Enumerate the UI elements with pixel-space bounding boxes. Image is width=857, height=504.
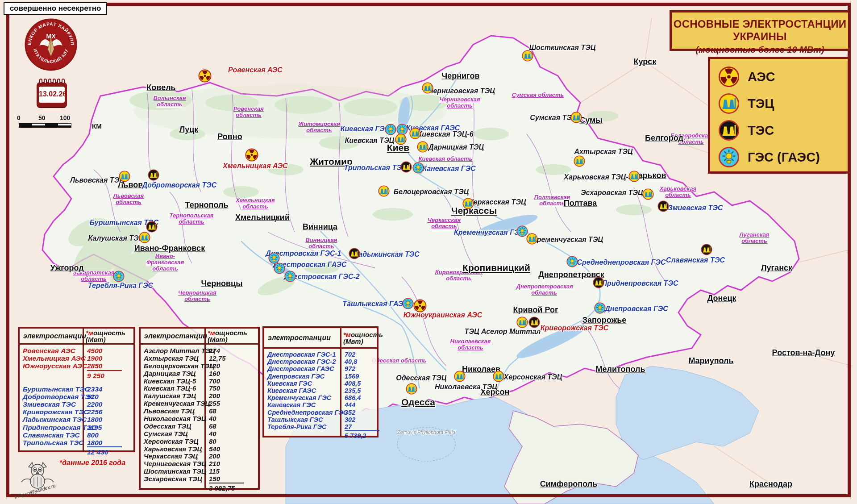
- city-label: Краснодар: [749, 479, 792, 489]
- table-row: Ровенская АЭС4500: [20, 347, 133, 354]
- tec-station-icon: [522, 50, 533, 63]
- tes-icon: [718, 120, 740, 141]
- city-label: Мариуполь: [688, 356, 733, 366]
- table-row: Эсхаровская ТЭЦ150: [141, 475, 258, 483]
- ges-station-icon: [274, 262, 285, 276]
- scale-bar: 0 50 100 КМ: [16, 114, 105, 134]
- station-label: Ладыжинская ТЭС: [354, 250, 420, 258]
- table-row: Киевская ТЭЦ-5700: [141, 377, 258, 385]
- table-row: Сумская ТЭЦ40: [141, 430, 258, 437]
- ges-station-icon: [566, 256, 578, 269]
- table-row: Днепровская ГЭС1569: [264, 373, 377, 380]
- tec-station-icon: [642, 188, 654, 202]
- club-logo: ВОЕНКОР МАРАТ ХАЙРУЛЛИН ЧИТАТЕЛЬСКИЙ КЛУ…: [24, 18, 78, 73]
- city-label: Мелитополь: [596, 365, 645, 374]
- station-label: Кременчугская ГЭС: [454, 229, 524, 237]
- table-row: Бурштынская ТЭС2334: [20, 385, 133, 393]
- title-line1: ОСНОВНЫЕ ЭЛЕКТРОСТАНЦИИ УКРАИНЫ: [672, 18, 848, 43]
- table-row: Киевская ГЭС408,5: [264, 380, 377, 387]
- oblast-label: Одесская область: [372, 358, 427, 364]
- legend-box: АЭС ТЭЦ ТЭС ГЭС (ГАЭС): [708, 57, 850, 174]
- table-header-name: электростанции: [23, 332, 86, 340]
- city-label: Белгород: [645, 133, 683, 143]
- tec-station-icon: [462, 198, 474, 211]
- tec-station-icon: [395, 133, 407, 147]
- legend-label: АЭС: [748, 70, 775, 84]
- sea-area-label: Zernov's Phyllophora Field: [397, 429, 455, 435]
- legend-label: ТЭС: [748, 123, 774, 138]
- secrecy-banner: совершенно несекретно: [4, 2, 107, 15]
- table-row: Ахтырская ТЭЦ12,75: [141, 354, 258, 362]
- data-year-footnote: *данные 2016 года: [54, 459, 130, 467]
- station-label: Киевская ТЭЦ-5: [345, 137, 400, 145]
- table-row: Херсонская ТЭЦ80: [141, 437, 258, 445]
- tec-station-icon: [493, 371, 504, 384]
- tec-station-icon: [139, 232, 150, 245]
- table-total-row: 12 436: [20, 446, 133, 456]
- ges-station-icon: [284, 271, 296, 284]
- city-label: Полтава: [564, 199, 597, 208]
- tes-station-icon: [701, 244, 712, 257]
- legend-label: ТЭЦ: [748, 96, 774, 111]
- tec-station-icon: [119, 171, 130, 184]
- oblast-label: Львовская область: [101, 193, 157, 205]
- tec-station-icon: [454, 371, 466, 384]
- station-label: Эсхаровская ТЭЦ-2: [581, 189, 649, 197]
- oblast-label: Ивано-Франковская область: [137, 253, 193, 272]
- city-label: Винница: [303, 222, 337, 232]
- table-chp: электростанции *мощность (Мвт)Азелор Мит…: [139, 327, 260, 490]
- table-total-row: 9 250: [20, 370, 133, 379]
- aes-station-icon: [413, 299, 427, 314]
- oblast-label: Луганская область: [727, 232, 782, 244]
- table-row: Азелор Миттал ТЭЦ274: [141, 347, 258, 354]
- station-label: Николаевска ТЭЦ: [435, 383, 497, 391]
- date-calendar: 13.02.26: [37, 79, 67, 107]
- title-box: ОСНОВНЫЕ ЭЛЕКТРОСТАНЦИИ УКРАИНЫ (мощност…: [670, 10, 850, 51]
- table-nuclear-thermal: электростанции *мощность (Мвт)Ровенская …: [18, 327, 135, 452]
- station-label: Змиевская ТЭС: [668, 204, 723, 212]
- tes-station-icon: [593, 277, 604, 290]
- station-label: Киевская ТЭЦ-6: [417, 130, 473, 138]
- oblast-label: Черновицкая область: [170, 290, 225, 302]
- tec-station-icon: [516, 317, 528, 330]
- station-label: Сумская ТЭЦ: [530, 114, 577, 122]
- oblast-label: Житомирская область: [291, 121, 347, 133]
- ges-station-icon: [402, 298, 414, 311]
- station-label: Одесская ТЭЦ: [396, 374, 446, 382]
- city-label: Чернигов: [442, 71, 480, 81]
- table-row: Одесская ТЭЦ68: [141, 422, 258, 430]
- table-row: Киевская ГАЭС235,5: [264, 387, 377, 394]
- station-label: Херсонская ТЭЦ: [504, 373, 562, 381]
- table-row: Славянская ТЭС800: [20, 431, 133, 439]
- table-row: Змиевская ТЭС2200: [20, 400, 133, 408]
- ges-station-icon: [594, 302, 606, 316]
- station-label: Славянская ТЭС: [666, 256, 725, 264]
- city-label: Ровно: [217, 132, 242, 142]
- station-label: Ахтырская ТЭЦ: [574, 148, 632, 156]
- tes-station-icon: [349, 248, 360, 261]
- tec-station-icon: [628, 171, 640, 184]
- tec-station-icon: [409, 128, 421, 141]
- table-row: Николаевская ТЭЦ40: [141, 415, 258, 422]
- tes-station-icon: [148, 169, 159, 183]
- table-row: Черниговская ТЭЦ210: [141, 460, 258, 467]
- legend-item-ges: ГЭС (ГАЭС): [718, 144, 848, 171]
- table-row: Днестровская ГЭС-240,8: [264, 358, 377, 365]
- aes-station-icon: [198, 69, 212, 84]
- ges-station-icon: [412, 162, 424, 175]
- table-row: Белоцерковская ТЭЦ120: [141, 362, 258, 370]
- oblast-label: Ровенская область: [221, 106, 277, 118]
- city-label: Донецк: [707, 294, 736, 303]
- legend-item-aes: АЭС: [718, 63, 848, 90]
- station-label: Белоцерковская ТЭЦ: [394, 188, 469, 196]
- city-label: Симферополь: [540, 479, 598, 489]
- tec-station-icon: [526, 233, 538, 246]
- svg-text:МХ: МХ: [46, 33, 56, 40]
- city-label: Тернополь: [185, 200, 229, 210]
- city-label: Ростов-на-Дону: [772, 348, 835, 358]
- station-label: Черниговская ТЭЦ: [428, 87, 495, 95]
- table-row: Каневская ГЭС444: [264, 401, 377, 408]
- map-poster: совершенно несекретно ВОЕНКОР МАРАТ ХАЙР…: [0, 0, 857, 504]
- station-label: Среднеднепровская ГЭС: [577, 258, 666, 267]
- city-label: Черкассы: [451, 205, 497, 216]
